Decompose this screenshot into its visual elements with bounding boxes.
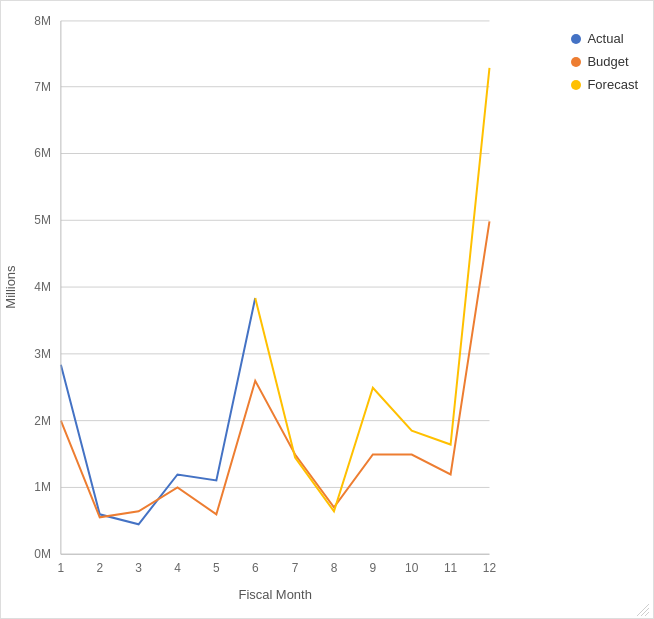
x-axis-label: Fiscal Month (238, 587, 311, 602)
svg-text:5: 5 (213, 561, 220, 575)
svg-rect-0 (61, 21, 490, 554)
svg-text:8: 8 (331, 561, 338, 575)
actual-line (61, 298, 255, 524)
svg-text:5M: 5M (34, 213, 51, 227)
svg-text:10: 10 (405, 561, 419, 575)
svg-text:2: 2 (96, 561, 103, 575)
svg-text:6M: 6M (34, 146, 51, 160)
actual-label: Actual (587, 31, 623, 46)
svg-text:12: 12 (483, 561, 497, 575)
svg-text:0M: 0M (34, 547, 51, 561)
svg-text:4: 4 (174, 561, 181, 575)
svg-text:1: 1 (58, 561, 65, 575)
svg-text:4M: 4M (34, 280, 51, 294)
svg-text:11: 11 (444, 561, 458, 575)
svg-text:3: 3 (135, 561, 142, 575)
budget-dot (571, 57, 581, 67)
forecast-label: Forecast (587, 77, 638, 92)
y-axis-label: Millions (3, 266, 18, 309)
svg-line-34 (641, 608, 649, 616)
resize-handle[interactable] (637, 602, 649, 614)
budget-line (61, 221, 490, 517)
actual-dot (571, 34, 581, 44)
svg-text:7M: 7M (34, 80, 51, 94)
svg-text:6: 6 (252, 561, 259, 575)
legend-budget: Budget (571, 54, 638, 69)
chart-container: 0M 1M 2M 3M 4M 5M 6M 7M 8M Millions 1 2 … (0, 0, 654, 619)
svg-text:2M: 2M (34, 414, 51, 428)
svg-text:1M: 1M (34, 480, 51, 494)
legend-actual: Actual (571, 31, 638, 46)
svg-text:9: 9 (370, 561, 377, 575)
forecast-dot (571, 80, 581, 90)
legend-forecast: Forecast (571, 77, 638, 92)
budget-label: Budget (587, 54, 628, 69)
svg-text:8M: 8M (34, 14, 51, 28)
chart-legend: Actual Budget Forecast (571, 31, 638, 92)
svg-text:7: 7 (292, 561, 299, 575)
svg-line-35 (645, 612, 649, 616)
svg-text:3M: 3M (34, 347, 51, 361)
line-chart: 0M 1M 2M 3M 4M 5M 6M 7M 8M Millions 1 2 … (1, 1, 653, 618)
